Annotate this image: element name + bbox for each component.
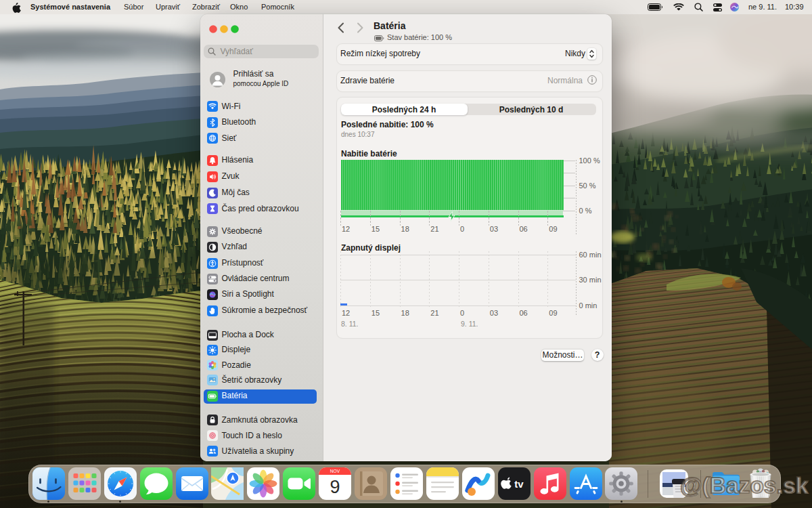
svg-text:9: 9 — [330, 477, 340, 497]
svg-text:NOV: NOV — [330, 469, 340, 473]
svg-text:tv: tv — [514, 478, 524, 490]
